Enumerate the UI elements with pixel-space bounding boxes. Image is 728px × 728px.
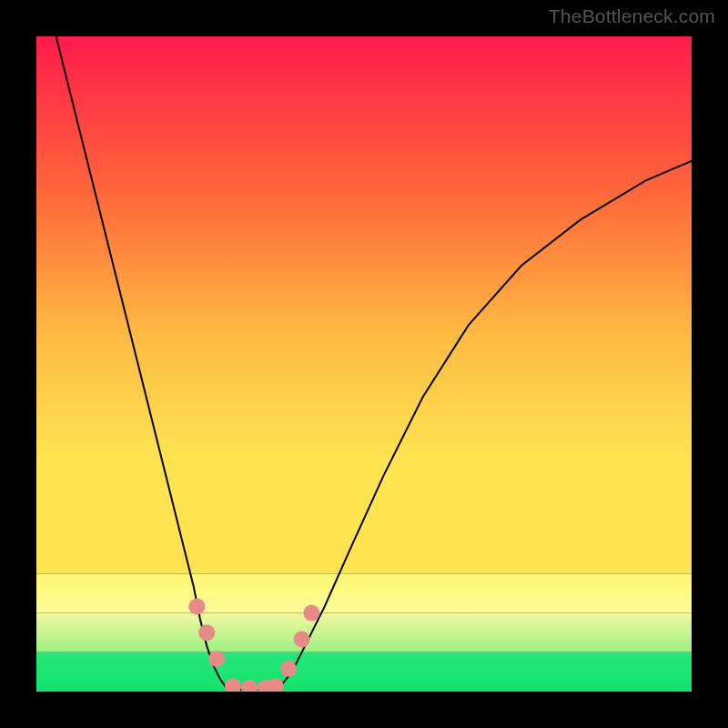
data-marker — [294, 631, 310, 647]
watermark-text: TheBottleneck.com — [549, 5, 715, 27]
data-marker — [198, 624, 215, 641]
data-marker — [241, 680, 258, 692]
data-marker — [268, 678, 284, 692]
data-marker — [188, 598, 205, 614]
bottleneck-curve — [56, 36, 692, 690]
chart-frame: TheBottleneck.com — [0, 0, 728, 728]
data-marker — [280, 661, 297, 677]
data-marker — [303, 605, 319, 622]
data-marker — [208, 651, 225, 667]
plot-area — [36, 36, 692, 692]
marker-group — [188, 598, 319, 692]
curve-layer — [36, 36, 692, 692]
data-marker — [225, 678, 241, 692]
